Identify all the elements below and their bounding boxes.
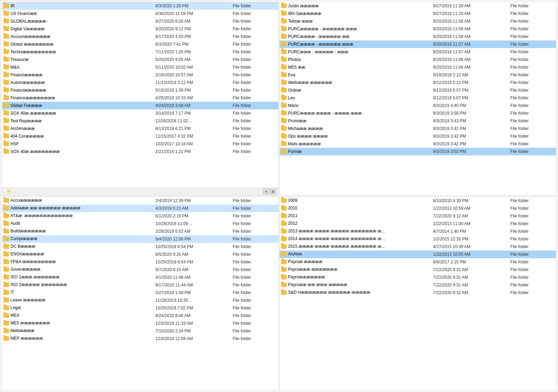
list-item[interactable]: Telstæ æææ9/20/2019 11:08 AMFile folder bbox=[280, 17, 556, 25]
list-item[interactable]: M&A5/11/2020 10:02 AMFile folder bbox=[2, 63, 278, 71]
list-item[interactable]: 20098/10/2010 4:30 PMFile folder bbox=[280, 197, 556, 205]
list-item[interactable]: 2015 ææææ ææææ æææææ æææææææ æ...4/27/20… bbox=[280, 243, 556, 251]
list-item[interactable]: Mark ææææææ9/3/2019 3:42 PMFile folder bbox=[280, 140, 556, 148]
list-item[interactable]: SOX 40æ æææææææ3/14/2019 7:17 PMFile fol… bbox=[2, 109, 278, 117]
item-name: Buildæææææææ bbox=[10, 229, 46, 233]
list-item[interactable]: FP&A æææææææææ10/25/2018 6:54 PMFile fol… bbox=[2, 258, 278, 266]
folder-icon bbox=[3, 198, 9, 203]
list-item[interactable]: Test Repææææ12/26/2018 11:02 ...File fol… bbox=[2, 117, 278, 125]
list-item[interactable]: Legal10/25/2018 7:02 PMFile folder bbox=[2, 304, 278, 312]
list-item[interactable]: Promiææ9/3/2019 3:43 PMFile folder bbox=[280, 117, 556, 125]
list-item[interactable]: Digital Væææææ8/20/2020 9:12 PMFile fold… bbox=[2, 25, 278, 33]
list-item[interactable]: HSF10/2/2017 10:18 AMFile folder bbox=[2, 140, 278, 148]
list-item[interactable]: ME5 ææææææææ12/3/2019 11:33 AMFile folde… bbox=[2, 320, 278, 327]
list-item[interactable]: PURCææææ - ææææææ æææ9/20/2019 11:07 AMF… bbox=[280, 40, 556, 48]
list-item[interactable]: DC Bææææ10/25/2018 6:54 PMFile folder bbox=[2, 243, 278, 251]
list-item[interactable]: Automææææææ11/13/2019 3:12 PMFile folder bbox=[2, 79, 278, 86]
pane-bottom-right-inner[interactable]: 20098/10/2010 4:30 PMFile folder20101/22… bbox=[280, 197, 556, 390]
list-item[interactable]: Complææææ9/4/2020 12:06 PMFile folder bbox=[2, 235, 278, 243]
list-item[interactable]: Eva9/18/2019 2:12 AMFile folder bbox=[280, 71, 556, 79]
folder-icon bbox=[281, 118, 287, 123]
list-item[interactable]: ENGIIææææææ8/5/2020 9:20 AMFile folder bbox=[2, 251, 278, 258]
list-item[interactable]: MEP ææææææ12/3/2019 11:58 AMFile folder bbox=[2, 335, 278, 343]
list-item[interactable]: Payroæææ æææææææ7/22/2020 9:31 AMFile fo… bbox=[280, 266, 556, 274]
list-item[interactable]: IT3/27/2019 1:49 PMFile folder bbox=[2, 289, 278, 297]
detail-view-button[interactable]: ⊟ bbox=[270, 189, 276, 194]
list-item[interactable]: IR9/3/2020 1:26 PMFile folder bbox=[2, 2, 278, 10]
list-item[interactable]: ME5 ææ9/20/2019 11:06 AMFile folder bbox=[280, 63, 556, 71]
list-item[interactable]: 404 Coræææææ11/15/2017 4:32 PMFile folde… bbox=[2, 132, 278, 140]
list-item[interactable]: 20117/22/2020 9:12 AMFile folder bbox=[280, 212, 556, 220]
list-item[interactable]: Adelaææ ææ ææææææ æææææ4/3/2019 5:23 AMF… bbox=[2, 205, 278, 212]
list-item[interactable]: Archive1/22/2013 10:55 AMFile folder bbox=[280, 251, 556, 258]
list-item[interactable]: Audit10/29/2018 11:09 ...File folder bbox=[2, 220, 278, 228]
list-item[interactable]: IBX-Sææææææ9/27/2019 11:28 AMFile folder bbox=[280, 10, 556, 17]
list-item[interactable]: Payroæ æææææ6/8/2017 2:15 PMFile folder bbox=[280, 258, 556, 266]
list-item[interactable]: Michaææ ææææ9/3/2019 3:42 PMFile folder bbox=[280, 125, 556, 132]
item-name: Leave ææææææ bbox=[10, 298, 45, 302]
folder-icon bbox=[3, 206, 9, 210]
list-item[interactable]: 2014 ææææ ææææ æææææ æææææææ æ...1/2/201… bbox=[280, 235, 556, 243]
item-name: Telstæ æææ bbox=[288, 19, 313, 24]
list-item[interactable]: Leave ææææææ11/28/2019 10:25 ...File fol… bbox=[2, 297, 278, 304]
list-item[interactable]: ISO 1æææ æææææææ4/1/2020 11:48 AMFile fo… bbox=[2, 274, 278, 281]
list-item[interactable]: Mario9/3/2019 4:40 PMFile folder bbox=[280, 102, 556, 109]
list-item[interactable]: PURCæææææ - ææææææ æææ9/20/2019 11:08 AM… bbox=[280, 25, 556, 33]
list-item[interactable]: Goveræææææ9/7/2020 6:15 AMFile folder bbox=[2, 266, 278, 274]
item-type: File folder bbox=[231, 79, 278, 86]
list-item[interactable]: Ops ææææ ææææ9/3/2019 3:42 PMFile folder bbox=[280, 132, 556, 140]
list-item[interactable]: 20121/22/2013 11:00 AMFile folder bbox=[280, 220, 556, 228]
item-name: PURCææææ ææææ - ææææ æææ bbox=[288, 111, 362, 116]
list-item[interactable]: Treasuræ5/29/2020 9:55 AMFile folder bbox=[2, 56, 278, 63]
list-item[interactable]: Ordeæ9/12/2019 5:07 PMFile folder bbox=[280, 86, 556, 94]
list-item[interactable]: ISO 2æææææ æææææææ8/17/2020 11:44 AMFile… bbox=[2, 281, 278, 289]
pane-bottom-left-inner[interactable]: Accoææææææ2/4/2019 12:39 PMFile folderAd… bbox=[2, 197, 278, 390]
folder-icon bbox=[3, 11, 9, 16]
pane-top-right-inner[interactable]: Justin æææææ9/27/2019 11:28 AMFile folde… bbox=[280, 2, 556, 195]
folder-icon bbox=[281, 26, 287, 31]
item-type: File folder bbox=[509, 102, 556, 109]
item-type: File folder bbox=[231, 297, 278, 304]
list-item[interactable]: PURCææææ ææææ - ææææ æææ9/3/2019 3:58 PM… bbox=[280, 109, 556, 117]
item-type: File folder bbox=[509, 33, 556, 40]
list-item[interactable]: SOX 40æ ææææææææ2/21/2014 1:22 PMFile fo… bbox=[2, 148, 278, 155]
list-item[interactable]: S&D Hæææææææ ææææææ æææææ7/22/2020 9:32 … bbox=[280, 289, 556, 297]
list-item[interactable]: PURCæææ - æææææ - æææ9/20/2019 11:07 AMF… bbox=[280, 48, 556, 56]
list-item[interactable]: Financiæææææ2/16/2020 10:57 AMFile folde… bbox=[2, 71, 278, 79]
item-date: 9/12/2019 5:12 PM bbox=[432, 79, 509, 86]
list-item[interactable]: Payroæææææææ7/22/2020 9:31 AMFile folder bbox=[280, 274, 556, 281]
list-item[interactable]: Melbææææ7/15/2020 2:34 PMFile folder bbox=[2, 327, 278, 335]
list-item[interactable]: Global Fiææææ4/24/2019 3:48 AMFile folde… bbox=[2, 102, 278, 109]
folder-icon bbox=[281, 3, 287, 8]
list-item[interactable]: Photos9/20/2019 11:06 AMFile folder bbox=[280, 56, 556, 63]
list-item[interactable]: Financeææææææææ4/25/2019 10:33 AMFile fo… bbox=[2, 94, 278, 102]
list-item[interactable]: GLOBALæææææ··8/27/2020 8:26 AMFile folde… bbox=[2, 17, 278, 25]
item-type: File folder bbox=[509, 220, 556, 228]
list-item[interactable]: Justin æææææ9/27/2019 11:28 AMFile folde… bbox=[280, 2, 556, 10]
item-date: 9/20/2019 11:08 AM bbox=[432, 25, 509, 33]
list-item[interactable]: Archimæææ8/13/2018 6:21 PMFile folder bbox=[2, 125, 278, 132]
item-type: File folder bbox=[509, 94, 556, 102]
list-item[interactable]: Wellræææ ææææææ9/12/2019 5:12 PMFile fol… bbox=[280, 79, 556, 86]
file-list-bottom-right: 20098/10/2010 4:30 PMFile folder20101/22… bbox=[280, 197, 556, 297]
list-item[interactable]: Global ææææææææ8/3/2020 7:41 PMFile fold… bbox=[2, 40, 278, 48]
list-item[interactable]: Accounæææææææ8/17/2020 4:20 PMFile folde… bbox=[2, 33, 278, 40]
list-item[interactable]: Leo9/12/2019 5:07 PMFile folder bbox=[280, 94, 556, 102]
list-item[interactable]: Formæ9/3/2019 3:02 PMFile folder bbox=[280, 148, 556, 155]
list-item[interactable]: AT&æ· æææææææææææææ6/1/2020 2:19 PMFile … bbox=[2, 212, 278, 220]
list-item[interactable]: US Financæŵ8/30/2020 11:59 PMFile folder bbox=[2, 10, 278, 17]
folder-icon bbox=[281, 80, 287, 85]
list-item[interactable]: PURCææææ - ææææææ ææ9/20/2019 11:08 AMFi… bbox=[280, 33, 556, 40]
list-item[interactable]: Financiææææææ5/15/2019 1:39 PMFile folde… bbox=[2, 86, 278, 94]
pane-top-left-inner[interactable]: IR9/3/2020 1:26 PMFile folderUS Financæŵ… bbox=[2, 2, 278, 188]
list-view-button[interactable]: ≡ bbox=[263, 189, 269, 194]
list-item[interactable]: Buildæææææææ2/28/2019 5:52 AMFile folder bbox=[2, 228, 278, 235]
item-date: 9/27/2019 11:28 AM bbox=[432, 2, 509, 10]
list-item[interactable]: 20101/22/2013 10:59 AMFile folder bbox=[280, 205, 556, 212]
item-type: File folder bbox=[231, 94, 278, 102]
list-item[interactable]: Techniæææææææææ7/11/2020 1:26 PMFile fol… bbox=[2, 48, 278, 56]
list-item[interactable]: 2013 ææææ ææææ æææææ æææææææ æ...4/7/201… bbox=[280, 228, 556, 235]
list-item[interactable]: Payroææ ææ æææ æææææ7/22/2020 9:31 AMFil… bbox=[280, 281, 556, 289]
list-item[interactable]: ME48/24/2020 8:46 AMFile folder bbox=[2, 312, 278, 320]
list-item[interactable]: Accoææææææ2/4/2019 12:39 PMFile folder bbox=[2, 197, 278, 205]
